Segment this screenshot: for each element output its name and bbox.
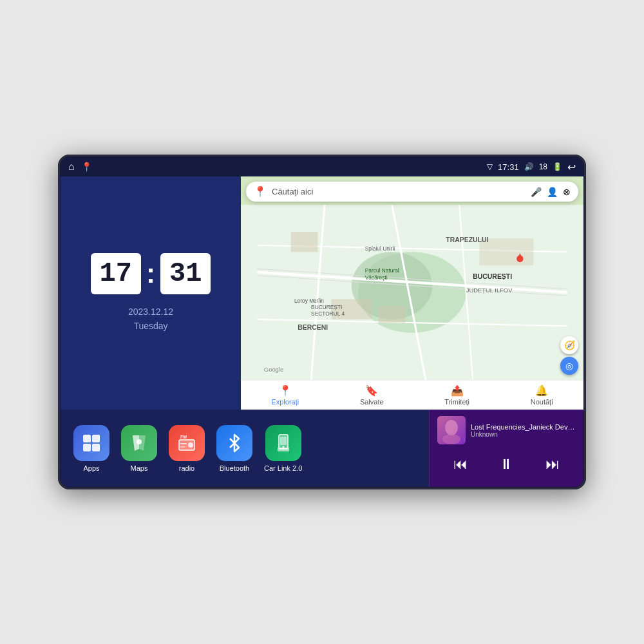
svg-rect-43	[280, 437, 287, 445]
music-title: Lost Frequencies_Janieck Devy-...	[471, 423, 576, 431]
next-button[interactable]: ⏭	[543, 453, 562, 475]
bottom-section: Apps Maps	[61, 410, 583, 487]
mic-icon[interactable]: 🎤	[531, 187, 542, 197]
bluetooth-label: Bluetooth	[220, 464, 249, 472]
trimiteti-icon: 📤	[451, 384, 464, 397]
music-info: Lost Frequencies_Janieck Devy-... Unknow…	[437, 416, 576, 444]
apps-panel: Apps Maps	[61, 410, 429, 487]
svg-rect-28	[83, 435, 91, 442]
maps-pin-icon: 📍	[254, 185, 267, 198]
salvate-icon: 🔖	[365, 384, 378, 397]
clock-minute: 31	[160, 253, 211, 294]
status-right: ▽ 17:31 🔊 18 🔋 ↩	[487, 161, 576, 173]
layers-icon[interactable]: ⊗	[563, 187, 571, 197]
svg-text:Parcul Natural: Parcul Natural	[365, 267, 399, 274]
carlink-label: Car Link 2.0	[264, 464, 302, 472]
tab-explorati[interactable]: 📍 Explorați	[271, 384, 299, 406]
svg-rect-45	[278, 448, 289, 451]
svg-text:SECTORUL 4: SECTORUL 4	[311, 310, 345, 317]
svg-text:JUDEȚUL ILFOV: JUDEȚUL ILFOV	[466, 287, 513, 294]
app-maps[interactable]: Maps	[121, 425, 157, 472]
screen: ⌂ 📍 ▽ 17:31 🔊 18 🔋 ↩ 17 :	[61, 157, 583, 487]
explorati-icon: 📍	[279, 384, 292, 397]
radio-icon: FM	[169, 425, 205, 461]
play-pause-button[interactable]: ⏸	[497, 453, 516, 475]
svg-point-48	[442, 434, 460, 444]
map-search-bar[interactable]: 📍 Căutați aici 🎤 👤 ⊗	[246, 182, 578, 202]
account-icon[interactable]: 👤	[547, 187, 558, 197]
svg-rect-12	[379, 306, 406, 323]
clock-colon: :	[146, 258, 155, 289]
trimiteti-label: Trimiteți	[444, 398, 469, 406]
svg-rect-39	[180, 443, 187, 444]
svg-text:TRAPEZULUI: TRAPEZULUI	[446, 236, 488, 243]
carlink-icon	[265, 425, 301, 461]
apps-label: Apps	[83, 464, 99, 472]
map-controls: 🧭 ◎	[560, 336, 578, 375]
home-icon[interactable]: ⌂	[68, 161, 75, 173]
music-controls: ⏮ ⏸ ⏭	[437, 453, 576, 475]
map-body[interactable]: TRAPEZULUI BUCUREȘTI JUDEȚUL ILFOV BERCE…	[241, 205, 583, 380]
clock-date: 2023.12.12 Tuesday	[128, 305, 173, 334]
bluetooth-icon	[216, 425, 252, 461]
maps-status-icon[interactable]: 📍	[81, 162, 92, 172]
album-art	[437, 416, 466, 444]
svg-text:Splaiul Unirii: Splaiul Unirii	[365, 245, 395, 252]
maps-icon	[121, 425, 157, 461]
tab-salvate[interactable]: 🔖 Salvate	[360, 384, 384, 406]
noutati-label: Noutăți	[531, 398, 553, 406]
car-head-unit: ⌂ 📍 ▽ 17:31 🔊 18 🔋 ↩ 17 :	[58, 155, 586, 489]
status-bar: ⌂ 📍 ▽ 17:31 🔊 18 🔋 ↩	[61, 157, 583, 176]
map-panel[interactable]: 📍 Căutați aici 🎤 👤 ⊗	[241, 176, 583, 410]
app-apps[interactable]: Apps	[73, 425, 109, 472]
main-content: 17 : 31 2023.12.12 Tuesday 📍 Căutați aic…	[61, 176, 583, 487]
battery-icon: 🔋	[553, 162, 562, 171]
apps-icon	[73, 425, 109, 461]
salvate-label: Salvate	[360, 398, 384, 406]
svg-point-47	[445, 420, 458, 435]
clock-display: 17 : 31	[91, 253, 211, 294]
status-left: ⌂ 📍	[68, 161, 92, 173]
svg-rect-30	[83, 444, 91, 451]
signal-icon: ▽	[487, 162, 493, 171]
compass-btn[interactable]: 🧭	[560, 336, 578, 354]
maps-label: Maps	[131, 464, 148, 472]
svg-point-34	[137, 439, 142, 444]
prev-button[interactable]: ⏮	[451, 453, 470, 475]
tab-noutati[interactable]: 🔔 Noutăți	[531, 384, 553, 406]
svg-point-38	[188, 442, 193, 448]
svg-text:Leroy Merlin: Leroy Merlin	[294, 298, 324, 304]
svg-text:Văcărești: Văcărești	[365, 274, 388, 281]
svg-rect-31	[92, 444, 100, 451]
explorati-label: Explorați	[271, 398, 299, 406]
back-icon[interactable]: ↩	[567, 161, 576, 173]
location-btn[interactable]: ◎	[560, 357, 578, 375]
svg-text:FM: FM	[180, 435, 187, 439]
music-artist: Unknown	[471, 431, 576, 438]
map-bottom-tabs: 📍 Explorați 🔖 Salvate 📤 Trimiteți �	[241, 380, 583, 410]
app-radio[interactable]: FM radio	[169, 425, 205, 472]
volume-icon: 🔊	[524, 162, 534, 171]
svg-rect-29	[92, 435, 100, 442]
svg-text:Google: Google	[264, 366, 283, 373]
svg-text:BUCUREȘTI: BUCUREȘTI	[473, 273, 512, 280]
svg-rect-13	[291, 232, 318, 252]
clock-hour: 17	[91, 253, 141, 294]
tab-trimiteti[interactable]: 📤 Trimiteți	[444, 384, 469, 406]
music-panel: Lost Frequencies_Janieck Devy-... Unknow…	[429, 410, 583, 487]
svg-text:BERCENI: BERCENI	[298, 324, 328, 331]
app-bluetooth[interactable]: Bluetooth	[216, 425, 252, 472]
clock-panel: 17 : 31 2023.12.12 Tuesday	[61, 176, 241, 410]
map-search-icons: 🎤 👤 ⊗	[531, 187, 571, 197]
app-carlink[interactable]: Car Link 2.0	[264, 425, 302, 472]
battery-level: 18	[539, 162, 547, 171]
map-svg: TRAPEZULUI BUCUREȘTI JUDEȚUL ILFOV BERCE…	[241, 205, 583, 380]
svg-rect-40	[180, 446, 185, 448]
map-search-text[interactable]: Căutați aici	[272, 187, 526, 196]
top-section: 17 : 31 2023.12.12 Tuesday 📍 Căutați aic…	[61, 176, 583, 410]
radio-label: radio	[179, 464, 194, 472]
music-text: Lost Frequencies_Janieck Devy-... Unknow…	[471, 423, 576, 438]
status-time: 17:31	[498, 162, 519, 172]
noutati-icon: 🔔	[535, 384, 548, 397]
